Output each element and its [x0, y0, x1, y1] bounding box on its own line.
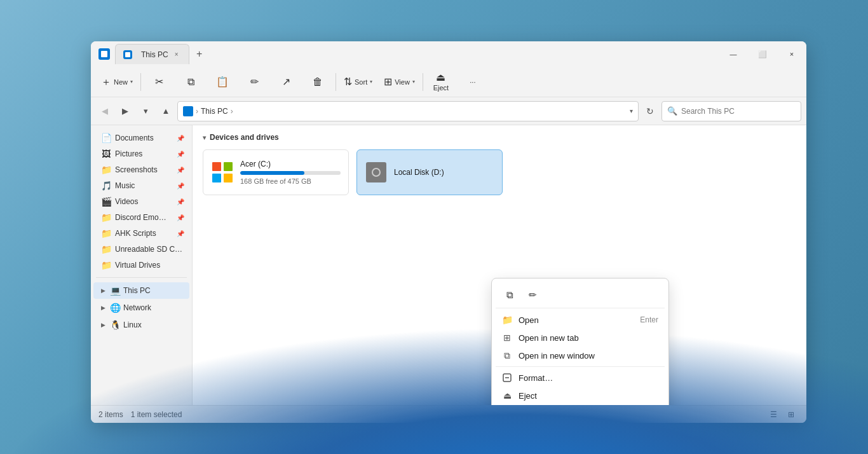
back-button[interactable]: ◀	[96, 102, 114, 120]
this-pc-folder-icon: 💻	[110, 285, 121, 296]
context-top-icons: ⧉ ✏	[496, 282, 665, 308]
minimize-button[interactable]: —	[719, 41, 748, 67]
copy-button[interactable]: ⧉	[175, 69, 206, 95]
sort-button[interactable]: ⇅ Sort ▾	[339, 69, 377, 95]
ctx-format-label: Format…	[519, 373, 658, 383]
rename-button[interactable]: ✏	[239, 69, 269, 95]
ctx-open[interactable]: 📁 Open Enter	[496, 311, 665, 329]
ctx-format[interactable]: Format…	[496, 369, 665, 387]
ctx-open-shortcut: Enter	[640, 315, 658, 324]
copy-icon: ⧉	[187, 77, 194, 87]
sidebar-item-screenshots[interactable]: 📁 Screenshots 📌	[93, 162, 189, 177]
linux-icon: 🐧	[110, 320, 121, 330]
list-view-button[interactable]: ☰	[766, 407, 781, 422]
sidebar-item-ahk-scripts[interactable]: 📁 AHK Scripts 📌	[93, 226, 189, 241]
sidebar-item-discord-emo[interactable]: 📁 Discord Emo… 📌	[93, 210, 189, 225]
ctx-copy-button[interactable]: ⧉	[499, 285, 520, 305]
new-button[interactable]: ＋ New ▾	[96, 69, 138, 95]
drive-c-bar	[240, 171, 341, 175]
sidebar-item-unreadable-sd[interactable]: 📁 Unreadable SD C…	[93, 242, 189, 257]
ahk-pin-icon: 📌	[177, 230, 184, 237]
view-dropdown-arrow: ▾	[412, 79, 415, 85]
drive-c-fill	[240, 171, 304, 175]
screenshots-pin-icon: 📌	[177, 167, 184, 174]
view-button[interactable]: ⊞ View ▾	[379, 69, 420, 95]
sidebar-item-music[interactable]: 🎵 Music 📌	[93, 178, 189, 193]
drive-c[interactable]: Acer (C:) 168 GB free of 475 GB	[203, 149, 349, 195]
statusbar: 2 items 1 item selected ☰ ⊞	[91, 405, 806, 423]
this-pc-expand-icon: ▶	[98, 286, 107, 295]
sidebar-label-discord-emo: Discord Emo…	[115, 213, 166, 222]
refresh-button[interactable]: ↻	[641, 102, 659, 120]
addressbar-dropdown-arrow[interactable]: ▾	[630, 107, 633, 114]
documents-icon: 📄	[101, 133, 111, 143]
sidebar-item-documents[interactable]: 📄 Documents 📌	[93, 130, 189, 146]
sidebar-label-network: Network	[123, 303, 151, 312]
drive-d-icon	[365, 161, 388, 184]
network-icon: 🌐	[110, 303, 121, 313]
addressbar-pc-icon	[183, 106, 193, 116]
svg-rect-3	[224, 174, 233, 182]
tab-label: This PC	[141, 50, 168, 59]
ctx-open-tab-icon: ⊞	[502, 333, 512, 343]
virtual-drives-icon: 📁	[101, 260, 111, 270]
recent-button[interactable]: ▾	[137, 102, 154, 120]
drives-grid: Acer (C:) 168 GB free of 475 GB Local Di…	[203, 149, 796, 195]
sidebar-item-virtual-drives[interactable]: 📁 Virtual Drives	[93, 258, 189, 273]
ctx-open-new-tab[interactable]: ⊞ Open in new tab	[496, 329, 665, 347]
close-button[interactable]: ×	[777, 41, 806, 67]
up-button[interactable]: ▲	[157, 102, 175, 120]
section-chevron-icon[interactable]: ▾	[203, 134, 206, 141]
sidebar-tree-network[interactable]: ▶ 🌐 Network	[93, 299, 189, 316]
share-button[interactable]: ↗	[271, 69, 301, 95]
drive-d-info: Local Disk (D:)	[394, 168, 494, 177]
status-selection: 1 item selected	[131, 410, 182, 419]
discord-emo-pin-icon: 📌	[177, 214, 184, 221]
ctx-open-new-window[interactable]: ⧉ Open in new window	[496, 347, 665, 364]
tab-close-button[interactable]: ×	[172, 50, 181, 59]
eject-icon: ⏏	[436, 72, 445, 83]
ctx-open-window-label: Open in new window	[519, 351, 658, 361]
ctx-open-label: Open	[519, 315, 634, 325]
grid-view-button[interactable]: ⊞	[783, 407, 799, 422]
forward-button[interactable]: ▶	[116, 102, 134, 120]
more-button[interactable]: ···	[458, 69, 488, 95]
addressbar-row: ◀ ▶ ▾ ▲ › This PC › ▾ ↻ 🔍	[91, 97, 806, 125]
sidebar-tree-linux[interactable]: ▶ 🐧 Linux	[93, 317, 189, 333]
tab-this-pc[interactable]: This PC ×	[115, 44, 189, 64]
maximize-button[interactable]: ⬜	[748, 41, 777, 67]
eject-label: Eject	[433, 84, 449, 92]
window-icon	[98, 48, 110, 60]
drive-d[interactable]: Local Disk (D:)	[356, 149, 503, 195]
view-icon: ⊞	[384, 77, 392, 87]
search-input[interactable]	[681, 107, 796, 116]
paste-button[interactable]: 📋	[207, 69, 238, 95]
ctx-open-tab-label: Open in new tab	[519, 333, 658, 343]
eject-button[interactable]: ⏏ Eject	[426, 69, 456, 95]
explorer-window: This PC × + — ⬜ × ＋ New ▾ ✂ ⧉ 📋	[91, 41, 806, 423]
searchbar[interactable]: 🔍	[661, 101, 801, 121]
add-tab-button[interactable]: +	[191, 45, 208, 63]
breadcrumb-thispc: This PC	[201, 107, 228, 116]
breadcrumb-sep1: ›	[196, 107, 198, 116]
tab-strip: This PC × +	[115, 44, 208, 64]
context-menu: ⧉ ✏ 📁 Open Enter ⊞ Open in new tab ⧉	[491, 278, 669, 405]
sidebar-item-videos[interactable]: 🎬 Videos 📌	[93, 194, 189, 209]
paste-icon: 📋	[216, 77, 229, 87]
sidebar-tree-this-pc[interactable]: ▶ 💻 This PC	[93, 282, 189, 299]
hdd-shape	[366, 162, 386, 182]
sidebar-item-pictures[interactable]: 🖼 Pictures 📌	[93, 146, 189, 162]
cut-button[interactable]: ✂	[144, 69, 174, 95]
titlebar: This PC × + — ⬜ ×	[91, 41, 806, 67]
sep3	[423, 73, 423, 91]
ctx-rename-button[interactable]: ✏	[522, 285, 543, 305]
main-content: 📄 Documents 📌 🖼 Pictures 📌 📁 Screenshots…	[91, 125, 806, 405]
cut-icon: ✂	[155, 77, 163, 87]
ctx-eject[interactable]: ⏏ Eject	[496, 387, 665, 404]
delete-button[interactable]: 🗑	[302, 69, 333, 95]
svg-rect-1	[224, 162, 233, 171]
videos-pin-icon: 📌	[177, 198, 184, 205]
view-label: View	[395, 78, 410, 86]
sidebar: 📄 Documents 📌 🖼 Pictures 📌 📁 Screenshots…	[91, 125, 193, 405]
addressbar[interactable]: › This PC › ▾	[177, 101, 639, 121]
